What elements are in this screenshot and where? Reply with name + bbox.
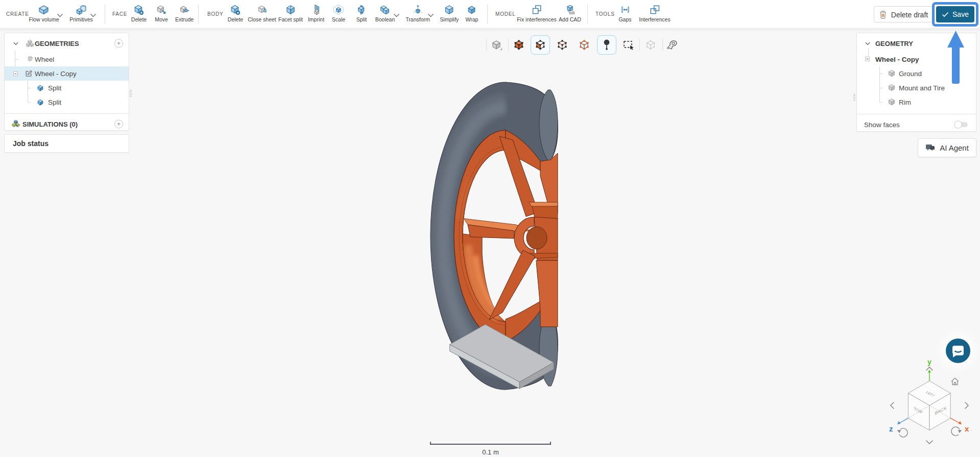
svg-text:y: y	[927, 358, 931, 366]
svg-text:x: x	[965, 424, 969, 433]
svg-text:z: z	[889, 424, 893, 433]
